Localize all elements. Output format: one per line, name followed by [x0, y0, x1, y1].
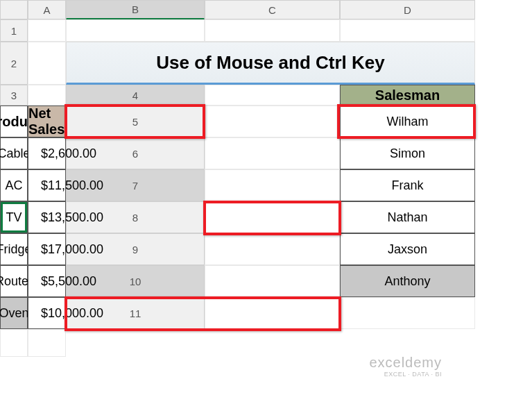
select-all-corner[interactable]: [0, 0, 28, 19]
cell-salesman-3[interactable]: Frank: [340, 169, 475, 201]
cell-product-4[interactable]: Fridge: [0, 233, 28, 265]
sales-value: 13,500.00: [48, 210, 103, 225]
currency-symbol: $: [41, 242, 48, 257]
cell-sales-1[interactable]: $2,600.00: [28, 137, 66, 169]
cell-sales-4[interactable]: $17,000.00: [28, 233, 66, 265]
cell-product-2[interactable]: AC: [0, 169, 28, 201]
sales-value: 10,000.00: [48, 306, 103, 321]
currency-symbol: $: [41, 274, 48, 289]
sales-value: 11,500.00: [48, 178, 103, 193]
cell-b1[interactable]: [66, 19, 205, 42]
header-product[interactable]: Product: [0, 106, 28, 137]
cell-a2[interactable]: [28, 42, 66, 85]
cell-a10[interactable]: [205, 265, 340, 297]
header-net-sales[interactable]: Net Sales: [28, 106, 66, 137]
cell-product-3-active[interactable]: TV: [0, 201, 28, 233]
cell-c1[interactable]: [205, 19, 340, 42]
row-header-3[interactable]: 3: [0, 85, 28, 106]
row-header-1[interactable]: 1: [0, 19, 28, 42]
row-header-5[interactable]: 5: [66, 106, 205, 137]
cell-salesman-6[interactable]: Anthony: [340, 265, 475, 297]
title-cell[interactable]: Use of Mouse and Ctrl Key: [66, 42, 475, 85]
col-header-a[interactable]: A: [28, 0, 66, 19]
cell-sales-3[interactable]: $13,500.00: [28, 201, 66, 233]
cell-b11[interactable]: [340, 297, 475, 329]
spreadsheet-grid: A B C D 1 2 Use of Mouse and Ctrl Key 3 …: [0, 0, 532, 357]
cell-a11[interactable]: [205, 297, 340, 329]
row-header-4[interactable]: 4: [66, 85, 205, 106]
cell-a6[interactable]: [205, 137, 340, 169]
cell-product-5[interactable]: Router: [0, 265, 28, 297]
cell-d1[interactable]: [340, 19, 475, 42]
watermark: exceldemy EXCEL · DATA · BI: [369, 354, 442, 378]
cell-a4[interactable]: [205, 85, 340, 106]
cell-a5[interactable]: [205, 106, 340, 137]
watermark-tag: EXCEL · DATA · BI: [369, 371, 442, 378]
currency-symbol: $: [41, 210, 48, 225]
sales-value: 5,500.00: [48, 274, 96, 289]
cell-d11[interactable]: [28, 329, 66, 357]
header-salesman[interactable]: Salesman: [340, 85, 475, 106]
cell-sales-6[interactable]: $10,000.00: [28, 297, 66, 329]
currency-symbol: $: [41, 178, 48, 193]
row-header-2[interactable]: 2: [0, 42, 28, 85]
cell-a1[interactable]: [28, 19, 66, 42]
sales-value: 2,600.00: [48, 146, 96, 161]
cell-salesman-1[interactable]: Wilham: [340, 106, 475, 137]
cell-product-1[interactable]: Cable: [0, 137, 28, 169]
cell-c11[interactable]: [0, 329, 28, 357]
col-header-c[interactable]: C: [205, 0, 340, 19]
cell-salesman-2[interactable]: Simon: [340, 137, 475, 169]
col-header-d[interactable]: D: [340, 0, 475, 19]
cell-a3[interactable]: [28, 85, 66, 106]
currency-symbol: $: [41, 306, 48, 321]
cell-salesman-5[interactable]: Jaxson: [340, 233, 475, 265]
cell-a7[interactable]: [205, 169, 340, 201]
cell-salesman-4[interactable]: Nathan: [340, 201, 475, 233]
cell-a8[interactable]: [205, 201, 340, 233]
cell-product-6[interactable]: Oven: [0, 297, 28, 329]
watermark-brand: exceldemy: [369, 354, 442, 371]
cell-sales-2[interactable]: $11,500.00: [28, 169, 66, 201]
cell-a9[interactable]: [205, 233, 340, 265]
col-header-b[interactable]: B: [66, 0, 205, 19]
sales-value: 17,000.00: [48, 242, 103, 257]
cell-sales-5[interactable]: $5,500.00: [28, 265, 66, 297]
currency-symbol: $: [41, 146, 48, 161]
